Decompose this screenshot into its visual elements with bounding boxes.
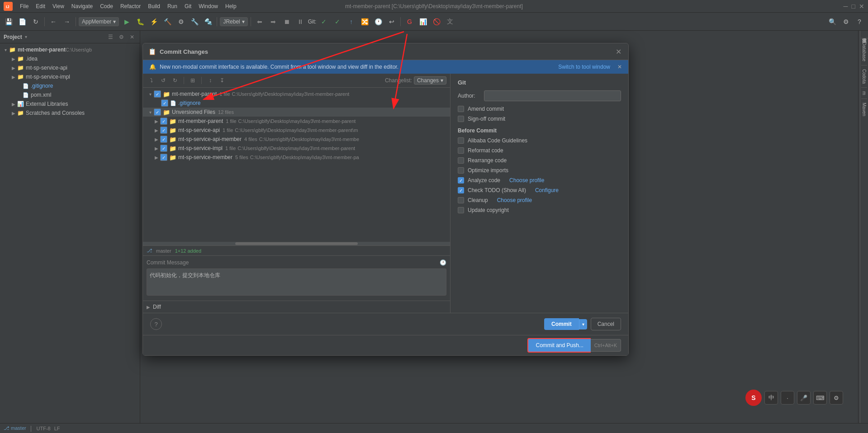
menu-navigate[interactable]: Navigate	[68, 2, 96, 10]
menu-git[interactable]: Git	[181, 2, 195, 10]
panel-settings-icon[interactable]: ⚙	[117, 33, 125, 41]
ft-service-api-member-row[interactable]: ▶ ✓ 📁 mt-sp-service-api-member 4 files C…	[143, 135, 450, 144]
panel-close-icon[interactable]: ✕	[128, 33, 136, 41]
ft-service-member-row[interactable]: ▶ ✓ 📁 mt-sp-service-member 5 files C:\Us…	[143, 153, 450, 162]
pane-group-btn[interactable]: ⊞	[188, 75, 198, 85]
tree-item-ext-libs[interactable]: ▶ 📊 External Libraries	[0, 99, 140, 108]
panel-m[interactable]: m	[861, 88, 867, 99]
ft-sapi-check[interactable]: ✓	[160, 127, 167, 134]
update-copyright-row[interactable]: Update copyright	[458, 207, 621, 213]
git-rollback-btn[interactable]: ↩	[386, 16, 398, 28]
menu-run[interactable]: Run	[164, 2, 181, 10]
pane-refresh-btn[interactable]: ↻	[170, 75, 180, 85]
tree-item-gitignore[interactable]: 📄 .gitignore	[0, 81, 140, 90]
alibaba-row[interactable]: Alibaba Code Guidelines	[458, 137, 621, 144]
ft-sub-member-parent[interactable]: ▶ ✓ 📁 mt-member-parent 1 file C:\Users\g…	[143, 117, 450, 126]
analyze-checkbox[interactable]: ✓	[458, 177, 464, 184]
panel-database[interactable]: Database	[861, 38, 867, 66]
git-pause[interactable]: ⏸	[294, 16, 306, 28]
dialog-close-button[interactable]: ✕	[614, 47, 623, 56]
git-commit-btn[interactable]: ✓	[318, 16, 330, 28]
analyze-row[interactable]: ✓ Analyze code Choose profile	[458, 177, 621, 184]
back-button[interactable]: ←	[47, 16, 59, 28]
search-everywhere-btn[interactable]: 🔍	[826, 16, 838, 28]
tree-item-idea[interactable]: ▶ 📁 .idea	[0, 54, 140, 63]
build2-button[interactable]: 🔨	[161, 16, 173, 28]
plugin-btn2[interactable]: 📊	[417, 16, 429, 28]
tree-item-service-impl[interactable]: ▶ 📁 mt-sp-service-impl	[0, 72, 140, 81]
info-bar-close-button[interactable]: ✕	[617, 64, 622, 70]
cleanup-row[interactable]: Cleanup Choose profile	[458, 197, 621, 203]
ft-unversioned-check[interactable]: ✓	[154, 108, 161, 116]
changelist-dropdown[interactable]: Changes ▾	[414, 76, 446, 85]
build3-button[interactable]: ⚙	[175, 16, 187, 28]
ft-gitignore-check[interactable]: ✓	[161, 99, 168, 107]
reformat-checkbox[interactable]	[458, 147, 464, 154]
refresh-button[interactable]: ↻	[30, 16, 42, 28]
panel-dropdown-arrow[interactable]: ▾	[25, 34, 27, 39]
menu-window[interactable]: Window	[195, 2, 222, 10]
maximize-button[interactable]: □	[852, 3, 855, 10]
tree-item-root[interactable]: ▾ 📁 mt-member-parent C:\Users\gb	[0, 45, 140, 54]
build-button[interactable]: ⚡	[148, 16, 160, 28]
switch-to-tool-window-link[interactable]: Switch to tool window	[558, 64, 610, 70]
chinese-input-icon[interactable]: 中	[764, 391, 778, 405]
amend-commit-row[interactable]: Amend commit	[458, 106, 621, 112]
optimize-checkbox[interactable]	[458, 167, 464, 174]
commit-and-push-button[interactable]: Commit and Push...	[527, 338, 590, 353]
git-push-btn[interactable]: ✓	[332, 16, 343, 28]
run-button[interactable]: ▶	[121, 16, 133, 28]
plugin-btn1[interactable]: G	[403, 16, 415, 28]
check-todo-checkbox[interactable]: ✓	[458, 187, 464, 193]
ft-smem-check[interactable]: ✓	[160, 154, 167, 161]
ft-root-row[interactable]: ▾ ✓ 📁 mt-member-parent 1 file C:\Users\g…	[143, 89, 450, 99]
tree-item-scratches[interactable]: ▶ 📁 Scratches and Consoles	[0, 108, 140, 118]
menu-view[interactable]: View	[49, 2, 68, 10]
diff-section[interactable]: ▶ Diff	[143, 301, 450, 313]
amend-commit-checkbox[interactable]	[458, 106, 464, 112]
rearrange-checkbox[interactable]	[458, 157, 464, 164]
ft-gitignore-row[interactable]: ✓ 📄 .gitignore	[143, 99, 450, 108]
translate-btn[interactable]: 文	[444, 16, 456, 28]
git-action2[interactable]: ➡	[267, 16, 279, 28]
sign-off-commit-row[interactable]: Sign-off commit	[458, 116, 621, 122]
tree-item-service-api[interactable]: ▶ 📁 mt-sp-service-api	[0, 63, 140, 72]
ft-sapim-check[interactable]: ✓	[160, 136, 167, 143]
panel-chinese-search[interactable]: 汉字搜索	[861, 31, 868, 38]
close-button[interactable]: ✕	[859, 3, 864, 10]
settings-icon[interactable]: ⚙	[830, 391, 843, 405]
horizontal-scrollbar[interactable]	[143, 242, 450, 245]
sohu-icon[interactable]: S	[745, 390, 762, 406]
commit-msg-history-icon[interactable]: 🕐	[440, 259, 446, 266]
menu-refactor[interactable]: Refactor	[117, 2, 144, 10]
tree-item-pom[interactable]: 📄 pom.xml	[0, 90, 140, 99]
menu-code[interactable]: Code	[96, 2, 117, 10]
pane-sort-btn[interactable]: ↕	[205, 75, 215, 85]
plugin-btn3[interactable]: 🚫	[431, 16, 442, 28]
settings-btn[interactable]: ⚙	[840, 16, 852, 28]
check-todo-link[interactable]: Configure	[535, 187, 559, 193]
optimize-row[interactable]: Optimize imports	[458, 167, 621, 174]
reformat-row[interactable]: Reformat code	[458, 147, 621, 154]
analyze-link[interactable]: Choose profile	[509, 177, 544, 184]
sign-off-checkbox[interactable]	[458, 116, 464, 122]
cancel-button[interactable]: Cancel	[591, 318, 621, 330]
menu-help[interactable]: Help	[222, 2, 240, 10]
pane-move-btn[interactable]: ⤵	[147, 75, 157, 85]
run-config-dropdown[interactable]: AppMember ▾	[79, 17, 119, 26]
git-history-btn[interactable]: 🕐	[372, 16, 384, 28]
jrebel-dropdown[interactable]: JRebel ▾	[220, 17, 247, 26]
rearrange-row[interactable]: Rearrange code	[458, 157, 621, 164]
keyboard-icon[interactable]: ⌨	[813, 391, 827, 405]
help-button[interactable]: ?	[150, 318, 162, 330]
git-action1[interactable]: ⬅	[254, 16, 266, 28]
save-all-button[interactable]: 💾	[3, 16, 14, 28]
mic-icon[interactable]: 🎤	[797, 391, 811, 405]
ft-service-api-row[interactable]: ▶ ✓ 📁 mt-sp-service-api 1 file C:\Users\…	[143, 126, 450, 135]
ft-unversioned-row[interactable]: ▾ ✓ 📁 Unversioned Files 12 files	[143, 108, 450, 117]
update-copyright-checkbox[interactable]	[458, 207, 464, 213]
punctuation-icon[interactable]: ·	[781, 391, 794, 405]
minimize-button[interactable]: ─	[844, 3, 848, 10]
panel-scope-icon[interactable]: ☰	[106, 33, 114, 41]
commit-button[interactable]: Commit	[544, 318, 579, 330]
